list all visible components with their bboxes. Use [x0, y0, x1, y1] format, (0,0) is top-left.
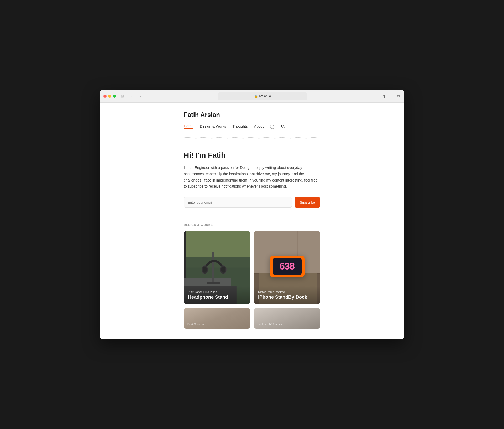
url-text: arslan.io — [259, 94, 271, 98]
traffic-lights — [103, 95, 116, 98]
nav-home[interactable]: Home — [184, 124, 193, 129]
svg-point-13 — [221, 267, 225, 273]
card-overlay-headphone: PlayStation Elite Pulse Headphone Stand — [184, 286, 250, 304]
share-button[interactable]: ⬆ — [381, 93, 387, 99]
nav-about[interactable]: About — [254, 124, 264, 128]
main-nav: Home Design & Works Thoughts About ◯ — [184, 124, 320, 129]
card-partial-subtitle-desk: Desk Stand for — [187, 323, 246, 326]
main-content: Hi! I'm Fatih I'm an Engineer with a pas… — [184, 141, 320, 218]
subscribe-button[interactable]: Subscribe — [295, 197, 320, 208]
svg-rect-9 — [207, 282, 220, 284]
svg-rect-8 — [212, 252, 214, 283]
close-button[interactable] — [103, 95, 107, 98]
clock-time-display: 638 — [280, 261, 295, 272]
subscribe-row: Subscribe — [184, 197, 320, 208]
email-input[interactable] — [184, 197, 292, 208]
greeting-heading: Hi! I'm Fatih — [184, 151, 320, 159]
card-title-headphone: Headphone Stand — [188, 294, 246, 300]
minimize-button[interactable] — [108, 95, 111, 98]
card-subtitle-iphone: Dieter Rams inspired — [258, 290, 316, 293]
browser-actions: ⬆ + ⧉ — [381, 93, 401, 99]
site-title: Fatih Arslan — [184, 111, 320, 118]
cards-grid-bottom: Desk Stand for For Leica M11 series — [184, 308, 320, 329]
cards-grid: PlayStation Elite Pulse Headphone Stand — [184, 231, 320, 304]
card-subtitle-headphone: PlayStation Elite Pulse — [188, 290, 246, 293]
address-bar[interactable]: 🔒 arslan.io — [218, 92, 307, 100]
page-content: Fatih Arslan Home Design & Works Thought… — [100, 103, 404, 339]
wavy-divider — [184, 135, 320, 141]
card-title-iphone: iPhone StandBy Dock — [258, 294, 316, 300]
card-desk-stand[interactable]: Desk Stand for — [184, 308, 250, 329]
theme-toggle-icon[interactable]: ◯ — [270, 124, 275, 129]
tabs-button[interactable]: ⧉ — [396, 93, 401, 99]
bio-text: I'm an Engineer with a passion for Desig… — [184, 165, 320, 190]
forward-button[interactable]: › — [136, 94, 144, 99]
card-partial-overlay-leica: For Leica M11 series — [254, 320, 320, 329]
site-header: Fatih Arslan Home Design & Works Thought… — [184, 103, 320, 129]
card-overlay-iphone: Dieter Rams inspired iPhone StandBy Dock — [254, 286, 320, 304]
card-iphone-dock[interactable]: 638 Dieter Rams inspired iPhone StandBy … — [254, 231, 320, 304]
back-button[interactable]: ‹ — [128, 94, 135, 99]
new-tab-button[interactable]: + — [389, 93, 393, 99]
section-label-design-works: DESIGN & WORKS — [184, 223, 320, 226]
browser-chrome: ⊡ ‹ › 🔒 arslan.io ⬆ + ⧉ — [100, 90, 404, 103]
nav-thoughts[interactable]: Thoughts — [232, 124, 248, 128]
search-icon[interactable] — [281, 124, 285, 128]
iphone-clock-device: 638 — [270, 256, 305, 277]
sidebar-toggle-button[interactable]: ⊡ — [119, 94, 126, 99]
card-leica[interactable]: For Leica M11 series — [254, 308, 320, 329]
card-partial-overlay-desk: Desk Stand for — [184, 320, 250, 329]
card-headphone-stand[interactable]: PlayStation Elite Pulse Headphone Stand — [184, 231, 250, 304]
lock-icon: 🔒 — [254, 95, 258, 98]
browser-nav-controls: ⊡ ‹ › — [119, 94, 144, 99]
nav-design-works[interactable]: Design & Works — [200, 124, 226, 128]
card-partial-subtitle-leica: For Leica M11 series — [258, 323, 317, 326]
maximize-button[interactable] — [113, 95, 116, 98]
svg-point-0 — [281, 125, 284, 127]
address-bar-container: 🔒 arslan.io — [146, 92, 379, 100]
svg-line-1 — [284, 127, 285, 128]
svg-point-12 — [203, 267, 207, 273]
browser-window: ⊡ ‹ › 🔒 arslan.io ⬆ + ⧉ Fatih Arslan Hom… — [100, 90, 404, 339]
